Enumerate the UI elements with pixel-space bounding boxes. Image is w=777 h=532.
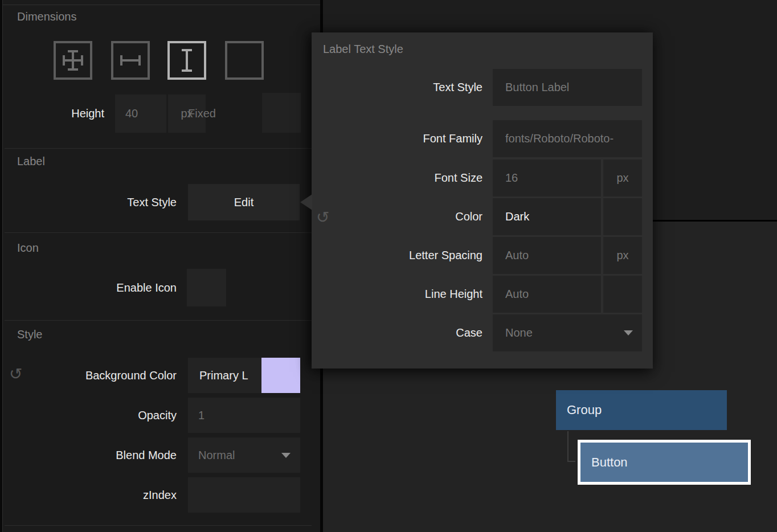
opacity-input[interactable]: 1 [188,398,300,433]
popup-line-height-input[interactable]: Auto [493,276,601,313]
popup-color-input[interactable]: Dark [493,198,601,235]
zindex-input[interactable] [188,477,300,513]
fixed-label: Fixed [188,95,251,133]
fixed-checkbox[interactable] [262,93,301,133]
popup-text-style-input[interactable]: Button Label [493,69,642,106]
text-style-label: Text Style [57,184,177,220]
tree-node-group[interactable]: Group [556,390,727,430]
panel-left-border [2,0,3,532]
popup-letter-spacing-unit[interactable]: px [603,237,642,274]
section-divider [5,232,312,233]
size-height-icon[interactable] [167,41,206,80]
app-window: Group Button Dimensions [0,0,777,532]
text-style-edit-button[interactable]: Edit [188,184,300,220]
size-width-and-height-glyph [62,47,84,73]
enable-icon-checkbox[interactable] [187,269,226,306]
popup-letter-spacing-input[interactable]: Auto [493,237,601,274]
dimensions-section-title: Dimensions [17,10,76,23]
blend-mode-label: Blend Mode [57,437,177,473]
popup-font-family-input[interactable]: fonts/Roboto/Roboto- [493,120,642,157]
chevron-down-icon[interactable] [281,453,291,458]
background-color-label: Background Color [34,358,177,393]
section-divider [5,320,312,321]
tree-connector-vertical [567,431,569,462]
size-none-icon[interactable] [225,41,264,80]
size-none-glyph [234,47,255,73]
popup-color-unit[interactable] [603,198,642,235]
enable-icon-label: Enable Icon [57,269,177,306]
popup-font-size-label: Font Size [312,159,482,197]
height-label: Height [34,95,104,133]
popup-line-height-unit[interactable] [603,276,642,313]
label-text-style-popup: Label Text Style ↺ Text Style Button Lab… [312,32,653,369]
zindex-label: zIndex [57,477,177,513]
size-width-icon[interactable] [111,41,150,80]
background-color-value[interactable]: Primary L [188,358,261,393]
popup-title: Label Text Style [323,43,403,56]
popup-case-select[interactable]: None [493,314,642,351]
popup-beak [300,194,312,210]
popup-text-style-label: Text Style [312,69,482,106]
section-divider [5,148,312,149]
popup-font-size-unit[interactable]: px [603,159,642,197]
chevron-down-icon[interactable] [624,330,633,335]
blend-mode-caret-wrap [273,437,291,473]
size-width-and-height-icon[interactable] [54,41,92,80]
popup-line-height-label: Line Height [312,276,482,313]
properties-panel: Dimensions Height 40 px Fixed Label [0,0,320,532]
tree-node-button-selected[interactable]: Button [578,440,751,485]
opacity-label: Opacity [57,398,177,433]
label-section-title: Label [17,155,45,168]
icon-section-title: Icon [17,242,39,255]
group-node-label: Group [567,403,602,418]
popup-color-label: Color [312,198,482,235]
tree-connector-horizontal [567,461,575,462]
button-node-label: Button [591,455,628,470]
height-input[interactable]: 40 [115,95,166,133]
section-top-divider [3,5,320,5]
size-height-glyph [176,47,198,73]
size-width-glyph [120,47,141,73]
popup-font-size-input[interactable]: 16 [493,159,601,197]
section-divider [5,525,312,526]
background-color-swatch[interactable] [261,358,300,393]
style-section-title: Style [17,328,42,341]
popup-case-label: Case [312,314,482,351]
popup-letter-spacing-label: Letter Spacing [312,237,482,274]
popup-font-family-label: Font Family [312,120,482,157]
reset-background-color-icon[interactable]: ↺ [9,366,22,382]
